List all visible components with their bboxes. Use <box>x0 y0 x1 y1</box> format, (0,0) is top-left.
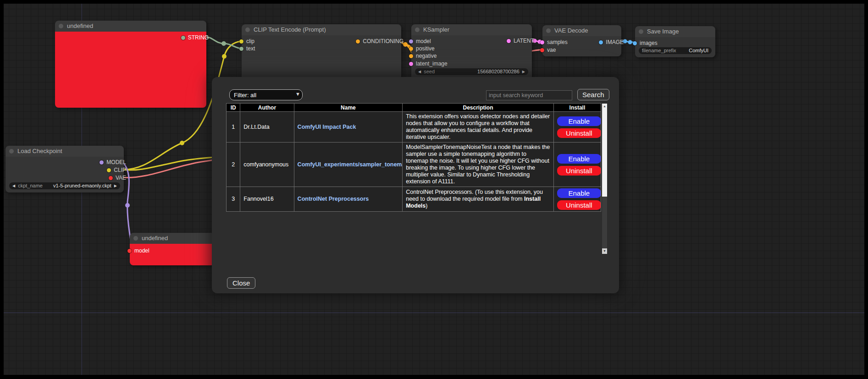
slot-dot-string-icon[interactable] <box>181 36 185 40</box>
input-slot-vae[interactable]: vae <box>540 47 556 53</box>
slot-dot-samples-icon[interactable] <box>540 40 544 44</box>
scroll-down-icon[interactable]: ▼ <box>602 248 607 254</box>
slot-dot-text-icon[interactable] <box>239 47 243 51</box>
enable-button[interactable]: Enable <box>557 116 601 126</box>
input-slot-model[interactable]: model <box>409 38 431 44</box>
uninstall-button[interactable]: Uninstall <box>557 200 601 210</box>
node-body: clip text CONDITIONING <box>242 35 401 80</box>
collapse-dot-icon[interactable] <box>415 27 420 32</box>
reroute-dot[interactable] <box>222 54 227 59</box>
node-title: undefined <box>142 235 168 242</box>
table-scrollbar[interactable]: ▲ ▼ <box>602 103 608 254</box>
collapse-dot-icon[interactable] <box>245 27 250 32</box>
input-slot-model[interactable]: model <box>127 248 149 253</box>
slot-dot-images-icon[interactable] <box>633 41 637 45</box>
output-slot-image[interactable]: IMAGE <box>599 39 624 45</box>
slot-dot-latent-image-icon[interactable] <box>409 62 413 66</box>
slot-dot-vae-icon[interactable] <box>540 48 544 52</box>
extension-link[interactable]: ComfyUI Impact Pack <box>298 124 356 130</box>
close-button[interactable]: Close <box>227 277 255 289</box>
node-save-image[interactable]: Save Image images filename_prefix ComfyU… <box>635 26 715 57</box>
slot-dot-conditioning-icon[interactable] <box>356 39 360 44</box>
input-slot-positive[interactable]: positive <box>409 46 435 51</box>
increment-icon[interactable] <box>522 68 525 75</box>
collapse-dot-icon[interactable] <box>59 24 63 28</box>
slot-dot-latent-icon[interactable] <box>507 39 511 43</box>
node-header[interactable]: undefined <box>130 233 215 244</box>
collapse-dot-icon[interactable] <box>546 28 551 33</box>
cell-author: Fannovel16 <box>240 187 294 212</box>
widget-label: ckpt_name <box>18 182 43 189</box>
widget-value: v1-5-pruned-emaonly.ckpt <box>53 182 111 189</box>
output-slot-model[interactable]: MODEL <box>100 159 126 165</box>
previous-icon[interactable] <box>12 182 15 189</box>
cell-install: Enable Uninstall <box>553 187 601 212</box>
filename-prefix-widget[interactable]: filename_prefix ComfyUI <box>639 47 712 54</box>
slot-dot-clip-icon[interactable] <box>239 39 243 44</box>
next-icon[interactable] <box>114 182 117 189</box>
ckpt-name-widget[interactable]: ckpt_name v1-5-pruned-emaonly.ckpt <box>9 182 120 189</box>
reroute-dot[interactable] <box>180 141 184 145</box>
slot-dot-model-icon[interactable] <box>100 160 104 165</box>
node-undefined-bottom[interactable]: undefined model <box>130 233 215 265</box>
input-slot-clip[interactable]: clip <box>239 38 254 44</box>
reroute-dot[interactable] <box>221 41 226 46</box>
extension-link[interactable]: ComfyUI_experiments/sampler_tonemap <box>298 161 403 168</box>
collapse-dot-icon[interactable] <box>133 236 138 241</box>
cell-author: comfyanonymous <box>240 143 294 187</box>
slot-dot-model-icon[interactable] <box>409 39 413 44</box>
output-slot-latent[interactable]: LATENT <box>507 38 534 44</box>
custom-nodes-manager-dialog: Filter: all ▼ Search ID Author Name Desc… <box>212 77 619 293</box>
node-header[interactable]: undefined <box>55 21 206 32</box>
table-row: 3 Fannovel16 ControlNet Preprocessors Co… <box>227 187 601 212</box>
scroll-up-icon[interactable]: ▲ <box>602 104 607 109</box>
slot-dot-negative-icon[interactable] <box>409 54 413 58</box>
seed-widget[interactable]: seed 156680208700286 <box>415 68 528 75</box>
uninstall-button[interactable]: Uninstall <box>557 166 601 176</box>
node-load-checkpoint[interactable]: Load Checkpoint MODEL CLIP VAE ckpt_name… <box>6 146 124 192</box>
collapse-dot-icon[interactable] <box>9 149 14 154</box>
enable-button[interactable]: Enable <box>557 154 601 164</box>
input-slot-text[interactable]: text <box>239 46 255 51</box>
node-header[interactable]: CLIP Text Encode (Prompt) <box>242 24 401 35</box>
search-input[interactable] <box>486 90 572 100</box>
uninstall-button[interactable]: Uninstall <box>557 128 601 138</box>
output-slot-string[interactable]: STRING <box>181 35 209 40</box>
slot-dot-clip-icon[interactable] <box>107 168 111 172</box>
node-vae-decode[interactable]: VAE Decode samples vae IMAGE <box>542 25 621 56</box>
node-ksampler[interactable]: KSampler model positive negative latent_… <box>411 24 532 80</box>
node-header[interactable]: Save Image <box>635 26 715 37</box>
decrement-icon[interactable] <box>418 68 421 75</box>
input-slot-images[interactable]: images <box>633 40 658 46</box>
node-body: STRING <box>55 32 206 108</box>
node-header[interactable]: Load Checkpoint <box>6 146 124 157</box>
output-slot-conditioning[interactable]: CONDITIONING <box>356 38 404 44</box>
reroute-dot[interactable] <box>125 203 130 208</box>
enable-button[interactable]: Enable <box>557 188 601 198</box>
cell-description: This extension offers various detector n… <box>403 112 554 143</box>
reroute-dot[interactable] <box>628 40 632 44</box>
input-slot-latent-image[interactable]: latent_image <box>409 61 448 66</box>
node-undefined-top[interactable]: undefined STRING <box>55 21 206 108</box>
slot-dot-vae-icon[interactable] <box>109 176 113 180</box>
output-slot-clip[interactable]: CLIP <box>107 167 126 173</box>
cell-description: ModelSamplerTonemapNoiseTest a node that… <box>403 143 554 187</box>
node-header[interactable]: VAE Decode <box>542 25 621 36</box>
output-slot-vae[interactable]: VAE <box>109 175 126 181</box>
slot-dot-positive-icon[interactable] <box>409 47 413 51</box>
filter-select[interactable]: Filter: all <box>229 89 303 100</box>
reroute-dot[interactable] <box>403 42 408 47</box>
cell-id: 1 <box>227 112 240 143</box>
cell-install: Enable Uninstall <box>553 112 601 143</box>
node-clip-text-encode[interactable]: CLIP Text Encode (Prompt) clip text COND… <box>242 24 401 80</box>
collapse-dot-icon[interactable] <box>639 29 643 34</box>
scrollbar-thumb[interactable] <box>602 104 607 197</box>
widget-label: filename_prefix <box>642 47 676 54</box>
extension-link[interactable]: ControlNet Preprocessors <box>298 196 369 202</box>
node-header[interactable]: KSampler <box>411 24 532 35</box>
input-slot-samples[interactable]: samples <box>540 39 568 45</box>
slot-dot-model-icon[interactable] <box>127 249 132 253</box>
slot-dot-image-icon[interactable] <box>599 40 603 44</box>
search-button[interactable]: Search <box>577 89 609 100</box>
input-slot-negative[interactable]: negative <box>409 53 437 59</box>
